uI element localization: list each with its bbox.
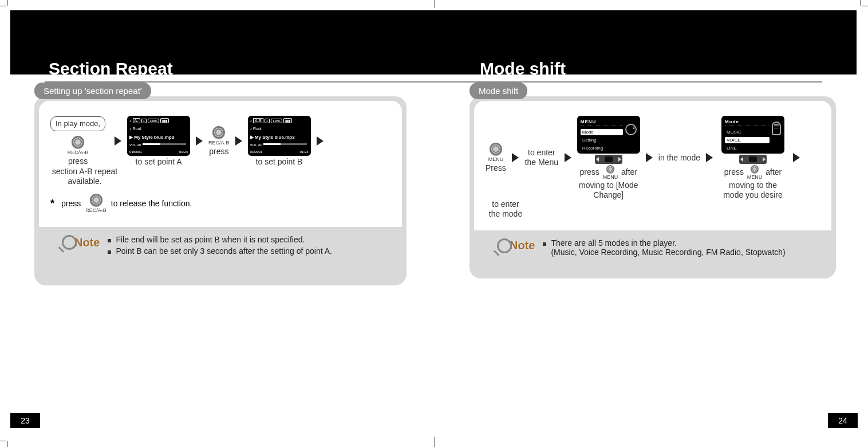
page-number-right: 24 — [828, 413, 858, 428]
arrow-icon — [565, 153, 571, 162]
cycle-icon — [625, 124, 637, 135]
note-icon: Note — [497, 238, 535, 253]
rocker-icon — [595, 155, 622, 164]
crop-mark — [435, 0, 435, 8]
rec-ab-label: REC/A-B — [68, 150, 89, 155]
panel-right-inner: MENU Press to enter the Menu MENU Mode S… — [474, 101, 831, 230]
note-right: Note There are all 5 modes in the player… — [474, 230, 831, 274]
rocker-icon — [739, 155, 767, 164]
header-title-left: Section Repeat — [49, 59, 173, 79]
note-item: There are all 5 modes in the player. (Mu… — [542, 238, 785, 257]
panel-left-inner: In play mode, REC/A-B press ♪ A- 1 128K … — [39, 101, 402, 227]
device-screen-b: ♪ A-B 1 128K ▮▮▮ ♪ Root ▶ My Style blue.… — [248, 116, 311, 156]
note-body-left: File end will be set as point B when it … — [106, 235, 332, 258]
press-label: press — [209, 147, 228, 156]
avail-label: section A-B repeat available. — [50, 167, 119, 186]
footnote-release: * press REC/A-B to release the function. — [50, 194, 390, 213]
note-left: Note File end will be set as point B whe… — [39, 227, 402, 273]
enter-mode-label: to enter the mode — [486, 199, 526, 219]
enter-menu-label: to enter the Menu — [524, 148, 559, 167]
arrow-icon — [317, 136, 323, 146]
arrow-icon — [196, 136, 203, 146]
arrow-icon — [115, 136, 121, 146]
rec-ab-button-icon — [90, 194, 102, 206]
rec-ab-label: REC/A-B — [208, 140, 230, 146]
crop-mark — [0, 6, 6, 6]
arrow-icon — [512, 153, 519, 162]
flow-right: MENU Press to enter the Menu MENU Mode S… — [486, 116, 820, 219]
crop-mark — [861, 0, 861, 6]
page-left: Setting up 'section repeat' In play mode… — [34, 83, 407, 285]
press-label: press — [68, 156, 88, 166]
page-right: Mode shift MENU Press to enter the Menu … — [469, 83, 836, 279]
header-title-right: Mode shift — [480, 59, 566, 79]
crop-mark — [862, 6, 868, 6]
menu-screen-2: Mode MUSIC VOICE LINE — [721, 116, 784, 154]
note-body-right: There are all 5 modes in the player. (Mu… — [542, 238, 785, 259]
in-mode-label: in the mode — [658, 153, 700, 163]
flow-left: In play mode, REC/A-B press ♪ A- 1 128K … — [50, 116, 390, 186]
note-item: File end will be set as point B when it … — [106, 235, 332, 244]
mic-icon — [772, 121, 781, 135]
menu-screen-1: MENU Mode Setting Recording — [577, 116, 640, 154]
arrow-icon — [706, 153, 713, 162]
badge-playmode: In play mode, — [50, 116, 105, 131]
rec-ab-button-icon — [72, 136, 84, 148]
menu-button-icon — [490, 143, 502, 155]
crop-mark — [0, 441, 6, 441]
subhead-left: Setting up 'section repeat' — [34, 83, 151, 99]
crop-mark — [7, 441, 7, 447]
crop-mark — [7, 0, 7, 6]
crop-mark — [435, 437, 435, 447]
press-label: Press — [486, 163, 506, 173]
page-number-left: 23 — [10, 413, 40, 428]
set-a-label: to set point A — [136, 157, 182, 167]
arrow-icon — [793, 153, 800, 162]
panel-right: MENU Press to enter the Menu MENU Mode S… — [469, 96, 836, 279]
header-bar: Section Repeat Mode shift — [10, 10, 857, 74]
device-screen-a: ♪ A- 1 128K ▮▮▮ ♪ Root ▶ My Style blue.m… — [127, 116, 190, 156]
subhead-right: Mode shift — [469, 83, 527, 99]
arrow-icon — [646, 153, 653, 162]
rec-ab-button-icon — [212, 126, 225, 139]
menu-button-label: MENU — [488, 156, 504, 162]
arrow-icon — [235, 136, 242, 146]
set-b-label: to set point B — [256, 157, 303, 167]
panel-left: In play mode, REC/A-B press ♪ A- 1 128K … — [34, 96, 407, 285]
note-icon: Note — [62, 235, 100, 250]
note-item: Point B can be set only 3 seconds after … — [106, 246, 332, 256]
